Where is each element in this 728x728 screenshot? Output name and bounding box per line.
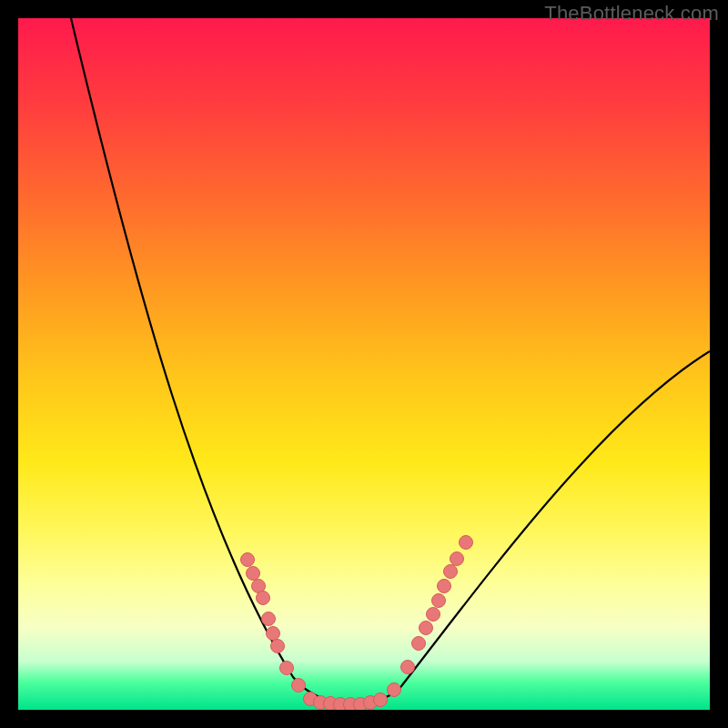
data-markers: [241, 536, 473, 711]
data-point: [401, 661, 415, 674]
data-point: [438, 580, 451, 593]
data-point: [247, 567, 260, 581]
data-point: [460, 536, 473, 550]
data-point: [267, 627, 280, 641]
data-point: [427, 608, 440, 622]
data-point: [241, 553, 255, 567]
data-point: [450, 552, 464, 566]
data-point: [271, 640, 285, 653]
data-point: [374, 693, 388, 707]
data-point: [412, 637, 426, 651]
data-point: [388, 683, 401, 697]
data-point: [280, 662, 294, 675]
data-point: [262, 612, 276, 626]
bottleneck-chart: [18, 18, 710, 710]
data-point: [292, 679, 306, 693]
data-point: [257, 592, 270, 605]
data-point: [432, 594, 446, 608]
bottleneck-curve: [71, 18, 710, 703]
data-point: [420, 622, 433, 635]
data-point: [444, 565, 458, 579]
